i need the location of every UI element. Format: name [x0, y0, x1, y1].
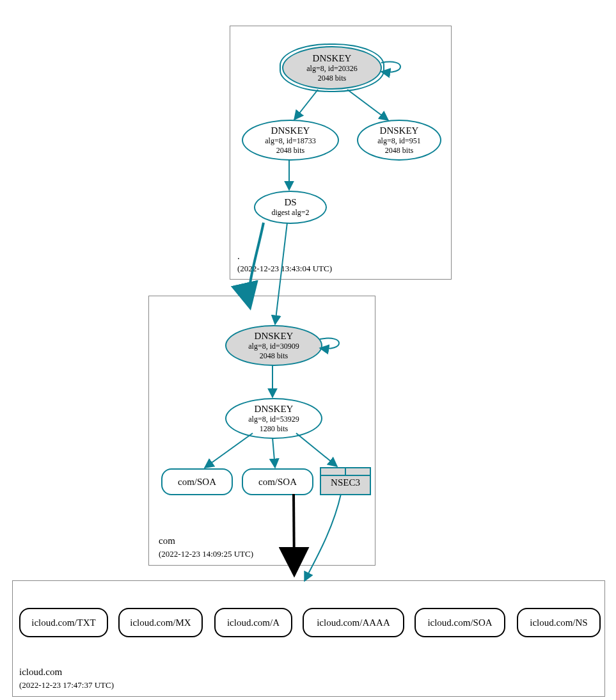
icloud-a: icloud.com/A — [214, 608, 292, 637]
node-digest: digest alg=2 — [271, 208, 309, 217]
zone-com-timestamp: (2022-12-23 14:09:25 UTC) — [159, 549, 253, 559]
root-ds: DS digest alg=2 — [254, 191, 327, 224]
node-bits: 1280 bits — [260, 424, 288, 433]
zone-icloud — [12, 580, 605, 697]
com-zsk-dnskey: DNSKEY alg=8, id=53929 1280 bits — [225, 398, 322, 439]
zone-icloud-label: icloud.com — [19, 667, 62, 678]
node-title: DS — [284, 197, 296, 208]
icloud-mx: icloud.com/MX — [118, 608, 203, 637]
icloud-txt: icloud.com/TXT — [19, 608, 108, 637]
node-bits: 2048 bits — [276, 146, 304, 155]
node-title: DNSKEY — [255, 331, 294, 342]
node-title: DNSKEY — [313, 53, 352, 64]
node-alg: alg=8, id=18733 — [265, 136, 316, 145]
zone-root-timestamp: (2022-12-23 13:43:04 UTC) — [237, 264, 332, 274]
zone-root-label: . — [237, 251, 240, 262]
com-nsec3: NSEC3 — [320, 467, 371, 495]
node-alg: alg=8, id=53929 — [248, 415, 299, 424]
node-bits: 2048 bits — [260, 351, 288, 360]
com-soa-2: com/SOA — [242, 468, 313, 495]
node-title: DNSKEY — [271, 125, 310, 136]
icloud-ns: icloud.com/NS — [517, 608, 601, 637]
node-alg: alg=8, id=30909 — [248, 342, 299, 351]
node-bits: 2048 bits — [385, 146, 413, 155]
node-title: DNSKEY — [380, 125, 419, 136]
icloud-soa: icloud.com/SOA — [415, 608, 505, 637]
com-ksk-dnskey: DNSKEY alg=8, id=30909 2048 bits — [225, 325, 322, 366]
zone-icloud-timestamp: (2022-12-23 17:47:37 UTC) — [19, 680, 114, 690]
node-alg: alg=8, id=20326 — [306, 64, 358, 73]
zone-com-label: com — [159, 536, 175, 546]
node-bits: 2048 bits — [318, 74, 346, 83]
root-ksk-dnskey: DNSKEY alg=8, id=20326 2048 bits — [282, 46, 382, 90]
node-title: DNSKEY — [255, 404, 294, 415]
node-alg: alg=8, id=951 — [377, 136, 421, 145]
nsec3-label: NSEC3 — [321, 476, 370, 491]
root-zsk-dnskey-951: DNSKEY alg=8, id=951 2048 bits — [357, 120, 441, 161]
root-zsk-dnskey-18733: DNSKEY alg=8, id=18733 2048 bits — [242, 120, 339, 161]
icloud-aaaa: icloud.com/AAAA — [303, 608, 404, 637]
com-soa-1: com/SOA — [161, 468, 233, 495]
